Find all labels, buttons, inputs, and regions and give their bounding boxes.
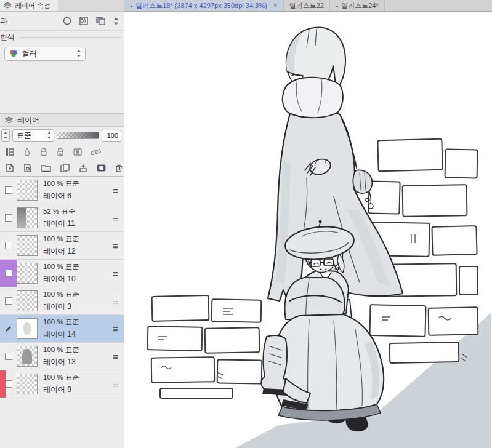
layer-thumbnail[interactable] (17, 207, 38, 228)
canvas-illustration[interactable] (124, 12, 491, 448)
delete-layer-icon[interactable] (115, 163, 123, 173)
layer-panel-header: 레이어 (0, 113, 124, 127)
layer-property-title: 레이어 속성 (15, 1, 50, 10)
effect-label-partial: 과 (0, 16, 7, 26)
layer-menu-icon[interactable]: ≡ (113, 352, 124, 361)
layer-visibility-cell[interactable] (0, 343, 17, 370)
close-tab-icon[interactable]: × (273, 1, 278, 10)
ruler-icon[interactable] (91, 147, 101, 157)
panel-stepper[interactable] (1, 129, 10, 142)
effect-stepper-icon[interactable] (113, 17, 119, 26)
document-tab[interactable]: 일러스트22 (284, 0, 330, 11)
layer-visibility-checkbox[interactable] (5, 242, 12, 249)
app-window: 레이어 속성 과 현색 (0, 0, 492, 448)
layer-thumbnail[interactable] (17, 235, 38, 256)
layer-property-panel-tab[interactable]: 레이어 속성 (0, 0, 58, 11)
layer-opacity-mode: 100 % 표준 (43, 234, 79, 244)
layer-row[interactable]: 52 % 표준 레이어 11 ≡ (0, 204, 124, 232)
layer-mask-icon[interactable] (96, 163, 107, 173)
layer-row[interactable]: 100 % 표준 레이어 3 ≡ (0, 287, 124, 315)
brick-wall-left (148, 295, 262, 398)
merge-down-icon[interactable] (78, 163, 88, 173)
expression-color-row: 현색 (0, 30, 124, 44)
layer-thumbnail[interactable] (17, 180, 38, 201)
layer-visibility-checkbox[interactable] (5, 270, 12, 277)
layers-icon (3, 2, 12, 9)
layer-thumbnail[interactable] (17, 263, 38, 284)
layer-list: 100 % 표준 레이어 6 ≡ 52 % 표준 레이어 11 ≡ 100 % … (0, 176, 124, 448)
document-tab[interactable]: ● 일러스트24* (330, 0, 385, 11)
layer-editing-cell[interactable] (0, 315, 17, 342)
layer-visibility-cell[interactable] (0, 204, 17, 231)
layer-thumbnail[interactable] (17, 374, 38, 394)
layer-visibility-checkbox[interactable] (5, 380, 12, 388)
layer-opacity-mode: 100 % 표준 (43, 179, 79, 188)
layer-menu-icon[interactable]: ≡ (113, 186, 124, 195)
blend-mode-dropdown[interactable]: 표준 (12, 129, 54, 142)
layer-color-effect-icon[interactable] (95, 16, 107, 26)
layer-visibility-checkbox[interactable] (5, 353, 12, 360)
thumbnail-gradient (17, 208, 26, 228)
document-tab-label: 일러스트18* (3874 x 4297px 350dpi 34.3%) (135, 1, 267, 10)
layer-name: 레이어 6 (43, 191, 79, 201)
color-mode-value: 컬러 (22, 49, 37, 59)
layer-row-selected[interactable]: 100 % 표준 레이어 14 ≡ (0, 315, 124, 343)
layer-menu-icon[interactable]: ≡ (113, 297, 124, 306)
document-tab-active[interactable]: ● 일러스트18* (3874 x 4297px 350dpi 34.3%) × (124, 0, 284, 11)
layer-text: 100 % 표준 레이어 9 (43, 373, 79, 395)
color-mode-dropdown[interactable]: 컬러 (4, 47, 86, 61)
layer-visibility-checkbox[interactable] (5, 297, 12, 305)
layer-visibility-checkbox[interactable] (5, 186, 12, 194)
new-folder-icon[interactable] (41, 163, 52, 173)
tone-effect-icon[interactable] (79, 16, 89, 26)
border-effect-icon[interactable] (62, 16, 72, 26)
layer-text: 52 % 표준 레이어 11 (43, 207, 75, 229)
layer-visibility-cell[interactable] (0, 177, 17, 204)
layer-menu-icon[interactable]: ≡ (113, 324, 124, 334)
layer-text: 100 % 표준 레이어 6 (43, 179, 79, 201)
layer-thumbnail[interactable] (17, 318, 38, 339)
layer-palette-color-red (0, 370, 6, 398)
reference-layer-icon[interactable] (23, 147, 31, 157)
layer-visibility-cell[interactable] (0, 287, 17, 314)
modified-bullet-icon: ● (130, 4, 132, 8)
new-layer-icon[interactable] (5, 163, 15, 173)
layer-menu-icon[interactable]: ≡ (113, 380, 124, 389)
clip-to-layer-icon[interactable] (5, 147, 15, 157)
blend-mode-value: 표준 (17, 130, 31, 141)
layer-row[interactable]: 100 % 표준 레이어 13 ≡ (0, 343, 124, 370)
layer-row[interactable]: 100 % 표준 레이어 12 ≡ (0, 232, 124, 260)
canvas[interactable] (124, 12, 492, 448)
opacity-slider[interactable] (57, 132, 99, 139)
layers-icon (4, 116, 14, 124)
layer-text: 100 % 표준 레이어 14 (43, 318, 79, 340)
chevron-updown-icon (47, 131, 52, 140)
layer-name: 레이어 12 (43, 246, 79, 257)
layer-row[interactable]: 100 % 표준 레이어 10 ≡ (0, 260, 124, 287)
layer-thumbnail[interactable] (17, 346, 38, 367)
effect-row: 과 (0, 12, 124, 30)
lock-layer-icon[interactable] (39, 147, 48, 157)
blend-mode-row: 표준 100 (0, 127, 124, 144)
layer-name: 레이어 10 (43, 274, 79, 284)
layer-name: 레이어 13 (43, 357, 79, 367)
lock-transparent-pixels-icon[interactable] (56, 147, 65, 157)
layer-menu-icon[interactable]: ≡ (113, 214, 124, 223)
layer-row[interactable]: 100 % 표준 레이어 9 ≡ (0, 370, 124, 398)
layer-text: 100 % 표준 레이어 12 (43, 234, 79, 257)
opacity-value-field[interactable]: 100 (102, 130, 121, 142)
expression-label-partial: 현색 (0, 32, 15, 42)
layer-row[interactable]: 100 % 표준 레이어 6 ≡ (0, 177, 124, 204)
layer-opacity-mode: 100 % 표준 (43, 262, 79, 271)
layer-visibility-cell[interactable] (0, 232, 17, 259)
layer-palette-color-purple[interactable] (0, 260, 17, 287)
duplicate-layer-icon[interactable] (60, 163, 70, 173)
layer-opacity-mode: 100 % 표준 (43, 290, 79, 299)
layer-menu-icon[interactable]: ≡ (113, 269, 124, 278)
layer-menu-icon[interactable]: ≡ (113, 241, 124, 250)
layer-text: 100 % 표준 레이어 10 (43, 262, 79, 284)
layer-thumbnail[interactable] (17, 290, 38, 311)
new-layer-settings-icon[interactable] (23, 163, 33, 173)
enable-mask-icon[interactable] (73, 147, 83, 157)
layer-visibility-checkbox[interactable] (5, 214, 12, 222)
